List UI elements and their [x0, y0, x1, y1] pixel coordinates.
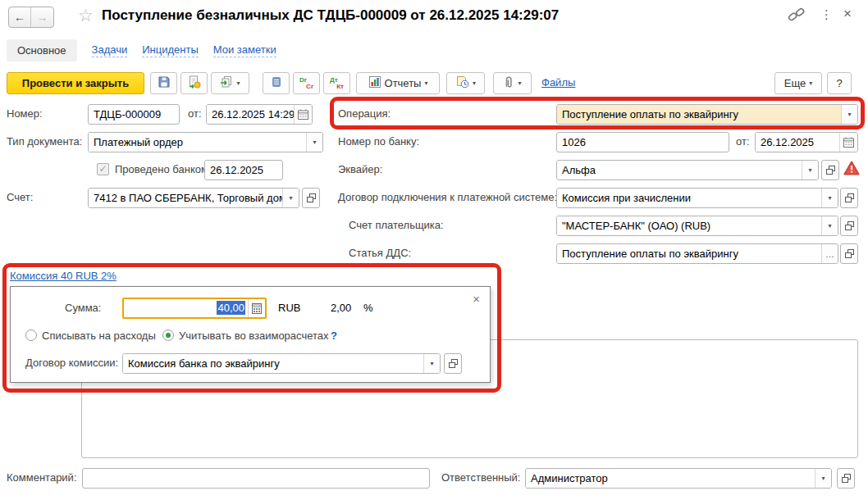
radio-write-off-expenses[interactable]: [25, 330, 37, 341]
number-input[interactable]: [88, 104, 180, 125]
post-and-close-button[interactable]: Провести и закрыть: [7, 72, 144, 94]
warning-icon: [843, 161, 860, 179]
document-clock-icon: [455, 75, 469, 91]
commission-agreement-open-button[interactable]: [444, 353, 462, 374]
help-question-icon[interactable]: ?: [331, 330, 337, 342]
date-label: от:: [188, 104, 202, 124]
dtkt-movements-button[interactable]: ДтКт: [323, 72, 350, 94]
cash-flow-item-open-button[interactable]: [840, 243, 858, 264]
payment-system-agreement-open-button[interactable]: [840, 188, 858, 208]
chevron-down-icon: ▾: [809, 80, 812, 87]
more-actions-button[interactable]: Еще ▾: [774, 72, 822, 94]
chevron-down-icon[interactable]: ▾: [821, 189, 838, 207]
comment-label: Комментарий:: [7, 468, 77, 488]
account-open-button[interactable]: [302, 188, 320, 208]
save-icon: [158, 75, 171, 91]
payer-account-open-button[interactable]: [840, 216, 858, 236]
open-icon: [845, 193, 854, 202]
radio-account-in-settlements[interactable]: [162, 330, 174, 341]
responsible-combobox[interactable]: Администратор ▾: [525, 468, 832, 489]
posted-by-bank-date-input[interactable]: [204, 160, 283, 180]
radio-account-in-settlements-label: Учитывать во взаиморасчетах: [179, 326, 329, 346]
commission-agreement-combobox[interactable]: Комиссия банка по эквайрингу ▾: [122, 353, 441, 374]
bank-date-field[interactable]: 26.12.2025: [755, 132, 858, 152]
document-history-button[interactable]: ▾: [446, 72, 485, 94]
posted-by-bank-checkbox[interactable]: ✓: [97, 163, 109, 175]
create-based-on-button[interactable]: ▾: [211, 72, 249, 94]
posted-by-bank-label: Проведено банком: [115, 160, 208, 180]
more-menu-icon[interactable]: ⋮: [820, 7, 833, 22]
currency-label: RUB: [278, 298, 300, 318]
chevron-down-icon: ▾: [518, 80, 521, 87]
date-field[interactable]: 26.12.2025 14:29:07: [206, 104, 313, 125]
calendar-icon[interactable]: [839, 133, 857, 152]
ellipsis-icon[interactable]: …: [821, 244, 838, 263]
more-label: Еще: [784, 77, 806, 89]
favorite-star-icon[interactable]: ☆: [78, 6, 94, 25]
attachments-button[interactable]: ▾: [493, 72, 532, 94]
tab-osnovnoe[interactable]: Основное: [7, 39, 77, 61]
chevron-down-icon[interactable]: ▾: [821, 216, 838, 235]
cash-flow-item-field[interactable]: Поступление оплаты по эквайрингу …: [556, 243, 838, 264]
help-button[interactable]: ?: [827, 72, 852, 94]
save-button[interactable]: [150, 72, 177, 94]
page-title: Поступление безналичных ДС ТДЦБ-000009 о…: [102, 7, 559, 24]
responsible-label: Ответственный:: [441, 468, 520, 488]
open-icon: [826, 166, 835, 175]
calculator-icon[interactable]: [248, 299, 265, 317]
radio-write-off-expenses-label: Списывать на расходы: [42, 326, 156, 346]
number-label: Номер:: [7, 104, 43, 124]
reports-label: Отчеты: [385, 77, 422, 89]
bank-date-label: от:: [736, 132, 750, 152]
help-label: ?: [836, 77, 842, 89]
tab-zadachi[interactable]: Задачи: [92, 43, 128, 57]
files-link[interactable]: Файлы: [541, 76, 575, 89]
chevron-down-icon[interactable]: ▾: [306, 133, 322, 152]
chevron-down-icon[interactable]: ▾: [802, 161, 818, 180]
reports-button[interactable]: Отчеты ▾: [356, 72, 440, 94]
doc-type-combobox[interactable]: Платежный ордер ▾: [88, 132, 323, 152]
cash-flow-item-label: Статья ДДС:: [349, 243, 411, 263]
create-based-on-icon: [220, 75, 233, 91]
dtkt-icon: ДтКт: [330, 76, 344, 90]
get-link-icon[interactable]: [788, 7, 806, 25]
calendar-icon[interactable]: [294, 105, 312, 124]
tab-moi-zametki[interactable]: Мои заметки: [213, 43, 276, 57]
chevron-down-icon[interactable]: ▾: [841, 105, 857, 124]
back-button[interactable]: ←: [9, 7, 31, 27]
nav-tabs: Основное Задачи Инциденты Мои заметки: [7, 38, 276, 62]
commission-link[interactable]: Комиссия 40 RUB 2%: [10, 270, 116, 282]
acquirer-open-button[interactable]: [821, 160, 839, 180]
chevron-down-icon[interactable]: ▾: [282, 189, 299, 207]
bank-number-input[interactable]: [556, 132, 729, 152]
chevron-down-icon[interactable]: ▾: [815, 469, 831, 488]
forward-button[interactable]: →: [31, 7, 53, 27]
tab-incidenty[interactable]: Инциденты: [142, 43, 199, 57]
payment-system-agreement-label: Договор подключения к платежной системе:: [338, 188, 557, 207]
chevron-down-icon[interactable]: ▾: [423, 354, 440, 373]
history-nav[interactable]: ← →: [8, 7, 54, 28]
chevron-down-icon: ▾: [424, 80, 427, 87]
acquirer-combobox[interactable]: Альфа ▾: [556, 160, 819, 180]
payment-system-agreement-combobox[interactable]: Комиссия при зачислении ▾: [556, 188, 838, 208]
drcr-movements-button[interactable]: DrCr: [293, 72, 320, 94]
paperclip-icon: [503, 75, 514, 91]
acquirer-label: Эквайер:: [338, 160, 382, 180]
payer-account-combobox[interactable]: "МАСТЕР-БАНК" (ОАО) (RUB) ▾: [556, 216, 838, 236]
open-icon: [845, 249, 854, 258]
chevron-down-icon: ▾: [236, 80, 240, 87]
account-combobox[interactable]: 7412 в ПАО СБЕРБАНК, Торговый дом " ▾: [88, 188, 299, 208]
document-register-button[interactable]: [263, 72, 290, 94]
popup-close-icon[interactable]: ×: [473, 292, 480, 306]
post-document-button[interactable]: [180, 72, 208, 94]
operation-combobox[interactable]: Поступление оплаты по эквайрингу ▾: [556, 104, 858, 125]
sum-input[interactable]: 40,00: [122, 298, 267, 319]
responsible-open-button[interactable]: [837, 468, 855, 489]
post-document-icon: [188, 75, 201, 91]
open-icon: [845, 221, 854, 230]
commission-agreement-label: Договор комиссии:: [25, 353, 118, 373]
percent-value: 2,00: [331, 298, 351, 318]
comment-input[interactable]: [82, 468, 430, 489]
close-icon[interactable]: ×: [843, 6, 852, 22]
bank-number-label: Номер по банку:: [338, 132, 419, 152]
